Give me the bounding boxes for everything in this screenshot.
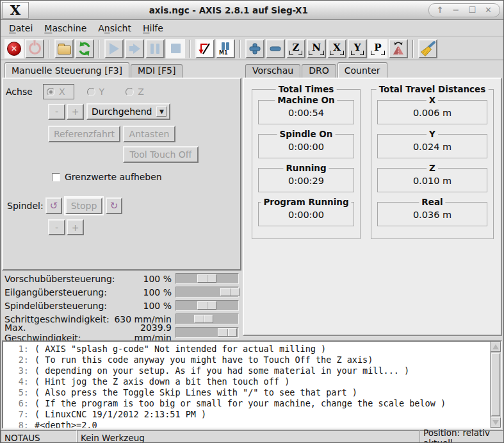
jog-plus-button[interactable]: + xyxy=(67,104,84,120)
axis-radio-z[interactable]: Z xyxy=(126,87,144,97)
view-perspective-button[interactable]: P xyxy=(368,39,387,58)
arrow-up-icon xyxy=(492,344,499,349)
window-shade-button[interactable]: ↑ xyxy=(437,6,444,15)
scroll-down-button[interactable] xyxy=(491,417,501,428)
tab-vorschau[interactable]: Vorschau xyxy=(245,64,300,78)
run-program-button[interactable] xyxy=(104,39,124,58)
view-z-icon: Z xyxy=(290,42,302,55)
spindle-ccw-button[interactable]: ↺ xyxy=(45,197,62,214)
open-folder-icon xyxy=(58,46,71,54)
spindle-label: Spindel: xyxy=(7,201,45,211)
machine-on-value: 0:00:54 xyxy=(259,108,354,118)
spindle-stop-button[interactable]: Stopp xyxy=(65,197,102,214)
view-z-rotated-icon: N xyxy=(309,42,323,55)
feed-override-slider[interactable] xyxy=(175,273,239,284)
main-area: Manuelle Steuerung [F3] MDI [F5] Achse X… xyxy=(1,60,503,340)
spindle-override-value: 100 % xyxy=(143,301,173,311)
spindle-slower-button[interactable]: - xyxy=(48,219,65,235)
rapid-override-slider[interactable] xyxy=(175,287,239,297)
program-running-box: Program Running 0:00:00 xyxy=(258,202,354,226)
travel-real-value: 0.036 m xyxy=(378,210,487,220)
toolbar-separator xyxy=(49,40,50,58)
machine-on-box: Machine On 0:00:54 xyxy=(258,100,354,124)
travel-x-box: X 0.006 m xyxy=(377,100,487,124)
view-rotated-top-button[interactable]: N xyxy=(307,39,326,58)
menu-datei[interactable]: Datei xyxy=(3,21,38,35)
reload-file-button[interactable] xyxy=(75,39,94,58)
zoom-out-button[interactable] xyxy=(266,39,285,58)
slider-handle[interactable] xyxy=(194,315,213,323)
window-title: axis.ngc - AXIS 2.8.1 auf Sieg-X1 xyxy=(29,5,428,15)
window-minimize-button[interactable]: − xyxy=(453,6,460,15)
axis-radio-y[interactable]: Y xyxy=(87,87,105,97)
slider-handle[interactable] xyxy=(220,288,240,296)
menu-ansicht[interactable]: Ansicht xyxy=(92,21,137,35)
spindle-override-slider[interactable] xyxy=(175,300,239,311)
stop-button[interactable] xyxy=(166,39,185,58)
slider-handle[interactable] xyxy=(218,328,237,337)
override-limits-checkbox[interactable] xyxy=(52,173,60,181)
total-times-group: Total Times Machine On 0:00:54 Spindle O… xyxy=(252,89,361,239)
skip-lines-icon xyxy=(198,42,212,56)
travel-x-value: 0.006 m xyxy=(378,108,487,118)
tool-touch-off-button[interactable]: Tool Touch Off xyxy=(123,146,199,163)
scrollbar-thumb[interactable] xyxy=(491,353,500,416)
toolbar: ✕ M1 xyxy=(1,37,503,60)
stop-icon xyxy=(171,44,181,53)
travel-y-value: 0.024 m xyxy=(378,142,487,152)
gcode-scrollbar[interactable] xyxy=(490,342,501,428)
view-top-button[interactable]: Z xyxy=(286,39,305,58)
max-velocity-slider[interactable] xyxy=(175,327,239,338)
menu-maschine[interactable]: Maschine xyxy=(38,21,92,35)
home-axis-button[interactable]: Referenzfahrt xyxy=(48,126,120,142)
radio-y-icon xyxy=(87,88,95,96)
tab-counter[interactable]: Counter xyxy=(337,62,387,78)
toggle-skip-lines-button[interactable] xyxy=(195,39,215,58)
tab-mdi[interactable]: MDI [F5] xyxy=(131,64,183,78)
machine-power-button[interactable] xyxy=(25,39,44,58)
zoom-out-minus-icon xyxy=(269,42,282,55)
menu-hilfe[interactable]: Hilfe xyxy=(137,21,169,35)
jog-mode-combobox[interactable]: Durchgehend ▼ xyxy=(86,103,170,120)
slider-handle[interactable] xyxy=(197,301,216,310)
max-velocity-label: Max. Geschwindigkeit: xyxy=(4,322,102,343)
jog-speed-slider[interactable] xyxy=(175,313,239,324)
clear-plot-button[interactable] xyxy=(418,39,437,58)
scroll-up-button[interactable] xyxy=(491,342,501,352)
run-from-line-button[interactable] xyxy=(125,39,144,58)
gcode-line: 8:#<depth>=2.0 xyxy=(3,420,488,429)
gcode-line: 3:( depending on your setup. As if you h… xyxy=(3,365,488,376)
running-box: Running 0:00:29 xyxy=(258,168,354,192)
view-side-button[interactable]: X xyxy=(327,39,346,58)
app-logo-icon: X xyxy=(2,2,29,19)
toggle-optional-pause-button[interactable]: M1 xyxy=(216,39,235,58)
window-close-button[interactable]: ✕ xyxy=(485,6,492,15)
travel-z-value: 0.010 m xyxy=(378,176,487,186)
open-file-button[interactable] xyxy=(54,39,74,58)
spindle-cw-button[interactable]: ↻ xyxy=(106,197,122,214)
spindle-faster-button[interactable]: + xyxy=(67,219,84,235)
tab-manual-control[interactable]: Manuelle Steuerung [F3] xyxy=(4,62,129,78)
pause-button[interactable] xyxy=(145,39,165,58)
window-maximize-button[interactable]: ☐ xyxy=(468,6,476,15)
gcode-line: 5:( Also press the Toggle Skip Lines wit… xyxy=(3,387,488,398)
override-sliders: Vorschubübersteuerung: 100 % Eilgangüber… xyxy=(2,272,241,339)
touch-off-button[interactable]: Antasten xyxy=(123,126,175,142)
gcode-lines: 1:( AXIS "splash g-code" Not intended fo… xyxy=(3,342,501,429)
rapid-override-value: 100 % xyxy=(143,287,173,297)
feed-override-value: 100 % xyxy=(143,274,173,284)
window-controls: ↑ − ☐ ✕ xyxy=(428,3,500,17)
slider-handle[interactable] xyxy=(197,274,216,283)
status-bar: NOTAUS Kein Werkzeug Position: relativ a… xyxy=(1,430,503,443)
zoom-in-button[interactable] xyxy=(245,39,264,58)
override-limits-label: Grenzwerte aufheben xyxy=(65,172,162,182)
axis-radio-x[interactable]: X xyxy=(43,84,74,99)
total-times-title: Total Times xyxy=(276,84,337,94)
jog-minus-button[interactable]: - xyxy=(48,104,65,120)
tab-dro[interactable]: DRO xyxy=(302,64,336,78)
estop-button[interactable]: ✕ xyxy=(4,39,24,58)
estop-status: NOTAUS xyxy=(1,430,77,443)
gcode-listing[interactable]: 1:( AXIS "splash g-code" Not intended fo… xyxy=(2,340,502,429)
rotate-view-button[interactable] xyxy=(389,39,408,58)
view-front-button[interactable]: Y xyxy=(348,39,367,58)
